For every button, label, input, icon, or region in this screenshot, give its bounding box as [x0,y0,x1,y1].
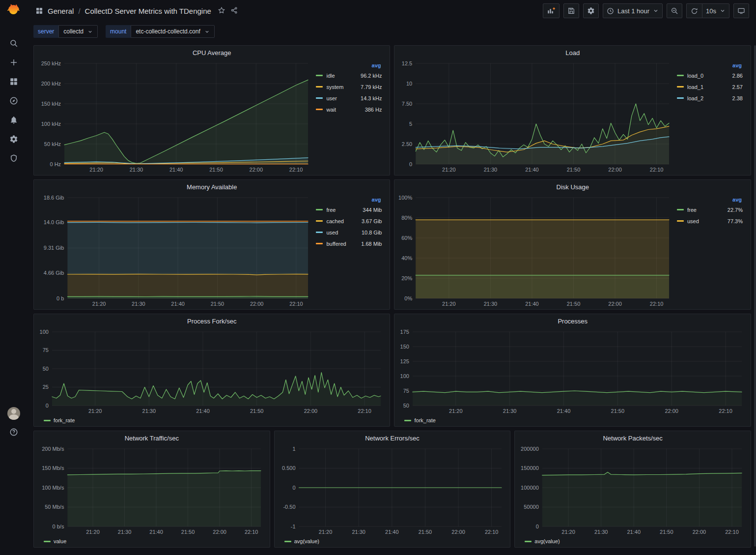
series-name[interactable]: cached [326,218,343,224]
legend-item[interactable]: used77.3% [677,215,743,227]
series-name[interactable]: load_0 [687,73,703,79]
disk-usage-chart[interactable]: 0%20%40%60%80%100%21:2021:3021:4021:5022… [396,194,674,308]
svg-text:22:10: 22:10 [650,167,664,173]
memory-available-legend: avgfree344 Mibcached3.67 Gibused10.8 Gib… [313,194,386,308]
panel-title[interactable]: Memory Available [34,180,390,194]
svg-text:21:30: 21:30 [594,529,608,535]
svg-text:150 Mb/s: 150 Mb/s [42,465,64,471]
process-fork-chart[interactable]: 025507510021:2021:3021:4021:5022:0022:10 [36,328,386,415]
legend-item[interactable]: load_02.86 [677,70,743,81]
panel-title[interactable]: Network Packets/sec [515,431,751,445]
legend-item[interactable]: value [44,538,66,544]
series-name[interactable]: load_2 [687,95,703,101]
series-name[interactable]: used [326,230,338,235]
series-name[interactable]: free [687,207,697,213]
user-avatar[interactable] [7,407,20,420]
admin-shield-icon[interactable] [3,148,25,168]
legend-item[interactable]: wait386 Hz [316,104,382,115]
network-traffic-chart[interactable]: 0 b/s50 Mb/s100 Mb/s150 Mb/s200 Mb/s21:2… [36,445,266,536]
series-name[interactable]: value [54,538,66,544]
svg-text:22:10: 22:10 [719,408,733,414]
variable-value-dropdown[interactable]: collectd [58,25,98,38]
panel-title[interactable]: Processes [394,314,751,328]
panel-title[interactable]: Disk Usage [394,180,751,194]
legend-item[interactable]: used10.8 Gib [316,227,382,238]
series-name[interactable]: load_1 [687,84,703,90]
legend-item[interactable]: cached3.67 Gib [316,215,382,227]
load-chart[interactable]: 02.5057.501012.521:2021:3021:4021:5022:0… [396,59,674,174]
svg-text:22:10: 22:10 [726,529,739,535]
variable-value-dropdown[interactable]: etc-collectd-collectd.conf [131,25,214,38]
svg-text:25: 25 [43,384,49,390]
svg-text:10: 10 [406,81,412,87]
svg-text:21:40: 21:40 [169,167,183,173]
help-icon[interactable] [3,428,25,437]
grafana-logo[interactable] [6,3,21,20]
zoom-out-button[interactable] [667,3,682,18]
scrollbar[interactable] [754,45,756,552]
legend-item[interactable]: load_22.38 [677,92,743,104]
search-icon[interactable] [3,33,25,53]
legend-item[interactable]: avg(value) [525,538,560,544]
legend-item[interactable]: fork_rate [404,417,435,423]
series-name[interactable]: fork_rate [54,417,75,423]
panel-title[interactable]: Load [394,46,751,59]
svg-text:22:00: 22:00 [451,529,465,535]
series-name[interactable]: buffered [326,241,346,247]
cpu-average-legend: avgidle96.2 kHzsystem7.79 kHzuser14.3 kH… [313,59,386,174]
dashboard-settings-button[interactable] [583,3,599,18]
series-name[interactable]: avg(value) [534,538,560,544]
series-name[interactable]: used [687,218,699,224]
svg-text:200000: 200000 [521,446,539,452]
series-name[interactable]: idle [326,73,335,79]
series-name[interactable]: fork_rate [414,417,435,423]
svg-text:21:30: 21:30 [484,167,498,173]
explore-compass-icon[interactable] [3,91,25,110]
series-avg-value: 386 Hz [365,107,382,113]
series-color-swatch [316,86,323,88]
refresh-button[interactable] [686,3,702,18]
series-avg-value: 2.86 [732,73,743,79]
panel-title[interactable]: Process Fork/sec [34,314,390,328]
dashboard-title[interactable]: CollectD Server Metrics with TDengine [85,7,211,15]
network-packets-chart[interactable]: 05000010000015000020000021:2021:3021:402… [517,445,747,536]
processes-chart[interactable]: 507510012515017521:2021:3021:4021:5022:0… [396,328,747,415]
sidebar-nav [3,33,25,168]
breadcrumb-folder[interactable]: General [48,7,74,15]
panel-title[interactable]: Network Traffic/sec [34,431,270,445]
svg-text:21:40: 21:40 [196,408,210,414]
legend-item[interactable]: load_12.57 [677,81,743,92]
legend-item[interactable]: fork_rate [44,417,75,423]
memory-available-chart[interactable]: 0 b4.66 Gib9.31 Gib14.0 Gib18.6 Gib21:20… [36,194,313,308]
series-name[interactable]: free [326,207,336,213]
legend-item[interactable]: avg(value) [284,538,319,544]
time-range-picker[interactable]: Last 1 hour [603,3,663,18]
legend-item[interactable]: idle96.2 kHz [316,70,382,81]
alerting-bell-icon[interactable] [3,110,25,129]
configuration-gear-icon[interactable] [3,129,25,148]
panel-title[interactable]: Network Errors/sec [275,431,510,445]
series-color-swatch [316,220,323,222]
series-avg-value: 7.79 kHz [361,84,382,90]
legend-item[interactable]: free22.7% [677,204,743,215]
star-icon[interactable] [218,6,225,16]
legend-item[interactable]: free344 Mib [316,204,382,215]
tv-mode-button[interactable] [733,3,749,18]
series-name[interactable]: avg(value) [294,538,319,544]
legend-item[interactable]: user14.3 kHz [316,92,382,104]
add-panel-button[interactable] [543,3,560,18]
share-icon[interactable] [230,6,238,16]
legend-item[interactable]: system7.79 kHz [316,81,382,92]
series-avg-value: 2.57 [732,84,743,90]
cpu-average-chart[interactable]: 0 Hz50 kHz100 kHz150 kHz200 kHz250 kHz21… [36,59,313,174]
create-plus-icon[interactable] [3,53,25,72]
series-name[interactable]: user [326,95,336,101]
legend-item[interactable]: buffered1.68 Mib [316,238,382,249]
save-dashboard-button[interactable] [563,3,579,18]
dashboards-icon[interactable] [3,72,25,91]
network-errors-chart[interactable]: -1-0.5000.500121:2021:3021:4021:5022:002… [277,445,506,536]
panel-title[interactable]: CPU Average [34,46,390,59]
refresh-interval-dropdown[interactable]: 10s [702,3,729,18]
series-name[interactable]: wait [326,107,336,113]
series-name[interactable]: system [326,84,343,90]
